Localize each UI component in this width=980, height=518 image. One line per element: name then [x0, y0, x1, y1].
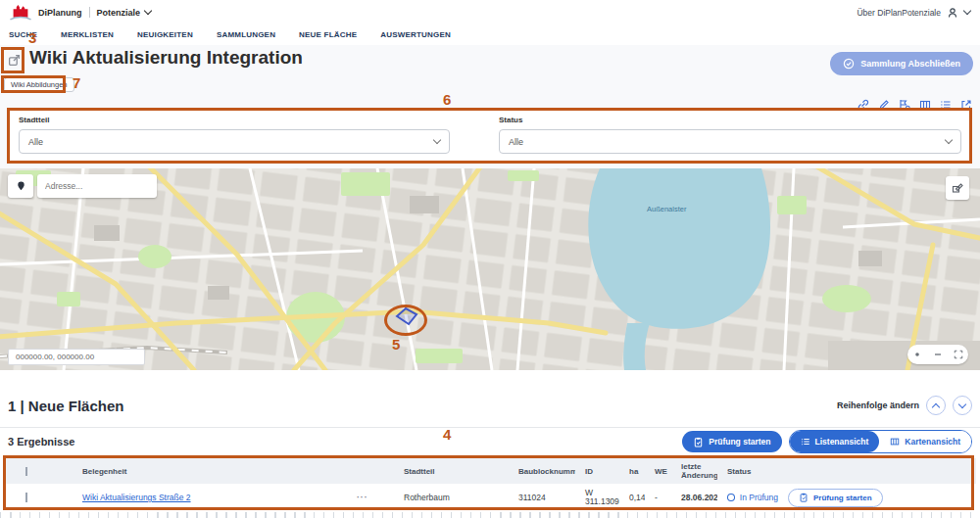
minus-icon[interactable]: [933, 350, 943, 359]
coordinates-readout: 000000.00, 000000.00: [8, 349, 145, 365]
filter-stadtteil-label: Stadtteil: [19, 116, 450, 124]
results-table: Belegenheit Stadtteil Baublocknummer ID …: [4, 458, 976, 511]
app-window: DiPlanung Potenziale Über DiPlanPotenzia…: [0, 0, 980, 518]
row-stadtteil: Rotherbaum: [394, 493, 509, 502]
list-view-label: Listenansicht: [815, 437, 869, 447]
filter-stadtteil-select[interactable]: Alle: [19, 129, 450, 154]
row-baublocknummer: 311024: [509, 493, 575, 502]
move-down-button[interactable]: [953, 396, 972, 415]
hamburg-logo-icon: [10, 3, 31, 22]
row-letzte-aenderung: 28.06.2025: [671, 493, 717, 502]
col-ha: ha: [619, 467, 645, 476]
col-stadtteil: Stadtteil: [394, 467, 509, 476]
map-icon: [890, 437, 900, 447]
table-header-row: Belegenheit Stadtteil Baublocknummer ID …: [4, 458, 976, 484]
nav-item-auswertungen[interactable]: AUSWERTUNGEN: [380, 30, 451, 39]
col-baublocknummer[interactable]: Baublocknummer: [509, 467, 575, 476]
map-controls: [907, 345, 968, 364]
nav-item-sammlungen[interactable]: SAMMLUNGEN: [217, 30, 275, 39]
results-count: 3 Ergebnisse: [8, 436, 74, 447]
check-circle-icon: [843, 58, 855, 70]
row-id: W 311.13093: [575, 489, 619, 506]
table-row[interactable]: Wiki Aktualisierungs Straße 2 ··· Rother…: [4, 484, 976, 511]
col-belegenheit: Belegenheit: [73, 467, 347, 476]
chevron-down-icon: [945, 136, 953, 144]
list-icon: [801, 437, 810, 447]
draw-icon: [952, 182, 963, 194]
user-icon[interactable]: [947, 7, 958, 19]
map-tiles: Außenalster: [0, 168, 980, 370]
map-view-label: Kartenansicht: [905, 437, 960, 447]
page-title: Wiki Aktualisierung Integration: [29, 47, 303, 69]
collection-tag: Wiki Abbildungen: [4, 77, 74, 92]
nav-item-suche[interactable]: SUCHE: [9, 30, 37, 39]
product-name: Potenziale: [97, 8, 141, 18]
brand-area: DiPlanung Potenziale: [10, 3, 151, 22]
row-we: -: [645, 493, 671, 502]
map-pin-icon: [16, 180, 26, 192]
row-start-check-button[interactable]: Prüfung starten: [788, 489, 883, 507]
row-checkbox[interactable]: [25, 493, 27, 502]
filter-stadtteil-value: Alle: [28, 137, 43, 147]
nav-item-neuigkeiten[interactable]: NEUIGKEITEN: [137, 30, 193, 39]
address-pin-button[interactable]: [8, 174, 33, 198]
draw-tool-button[interactable]: [946, 176, 969, 200]
fullscreen-icon[interactable]: [954, 350, 963, 359]
col-we: WE: [645, 467, 671, 476]
select-all-checkbox[interactable]: [25, 467, 27, 476]
chevron-down-icon[interactable]: [963, 7, 971, 15]
chevron-up-icon: [932, 402, 940, 410]
clipboard-check-icon: [799, 493, 808, 502]
row-more-button[interactable]: ···: [347, 493, 394, 502]
brand-divider: [89, 7, 90, 18]
map-view-button[interactable]: Kartenansicht: [879, 431, 971, 452]
divider: [0, 427, 980, 428]
reorder-controls: Reihenfolge ändern: [837, 396, 972, 415]
nav-item-neue-flaeche[interactable]: NEUE FLÄCHE: [299, 30, 357, 39]
start-check-label: Prüfung starten: [709, 437, 770, 447]
filter-status: Status Alle: [499, 116, 961, 154]
clipboard-check-icon: [693, 437, 704, 447]
status-dot-icon: [727, 494, 735, 501]
col-letzte-aenderung: letzte Änderung: [671, 462, 717, 480]
map-canvas[interactable]: Außenalster 000000.00, 000000.00: [0, 168, 980, 370]
brand-name: DiPlanung: [38, 8, 82, 18]
section-title: 1 | Neue Flächen: [8, 398, 123, 414]
filter-status-label: Status: [499, 116, 961, 124]
edit-icon: [8, 54, 21, 67]
col-status: Status: [717, 467, 778, 476]
complete-collection-button[interactable]: Sammlung Abschließen: [830, 52, 973, 75]
view-switcher: Listenansicht Kartenansicht: [789, 430, 972, 453]
page-header: Wiki Aktualisierung Integration Sammlung…: [0, 45, 980, 168]
results-actions: Prüfung starten Listenansicht: [682, 430, 972, 453]
start-check-button[interactable]: Prüfung starten: [682, 431, 781, 452]
filter-status-select[interactable]: Alle: [499, 129, 961, 154]
chevron-down-icon: [958, 400, 966, 407]
row-ha: 0,14: [619, 493, 645, 502]
address-search-input[interactable]: [37, 174, 157, 198]
about-link[interactable]: Über DiPlanPotenziale: [857, 8, 941, 18]
main-nav: SUCHE MERKLISTEN NEUIGKEITEN SAMMLUNGEN …: [0, 24, 980, 46]
results-section: 1 | Neue Flächen Reihenfolge ändern 3 Er…: [0, 370, 980, 518]
locate-icon[interactable]: [912, 350, 922, 359]
complete-collection-label: Sammlung Abschließen: [860, 59, 960, 69]
user-area: Über DiPlanPotenziale: [857, 7, 970, 19]
chevron-down-icon: [144, 7, 152, 15]
belegenheit-link[interactable]: Wiki Aktualisierungs Straße 2: [82, 493, 191, 502]
next-row-clipped: [0, 512, 980, 518]
filter-status-value: Alle: [509, 137, 523, 147]
top-bar: DiPlanung Potenziale Über DiPlanPotenzia…: [0, 0, 980, 24]
product-switcher[interactable]: Potenziale: [97, 8, 152, 18]
chevron-down-icon: [433, 136, 441, 144]
status-badge: In Prüfung: [717, 493, 778, 502]
title-edit-button[interactable]: [5, 52, 23, 71]
nav-item-merklisten[interactable]: MERKLISTEN: [61, 30, 114, 39]
reorder-label: Reihenfolge ändern: [837, 400, 919, 410]
filter-bar: Stadtteil Alle Status Alle: [8, 109, 972, 163]
water-label: Außenalster: [647, 205, 687, 213]
move-up-button[interactable]: [926, 396, 946, 415]
filter-stadtteil: Stadtteil Alle: [19, 116, 450, 154]
col-id: ID: [575, 467, 619, 476]
list-view-button[interactable]: Listenansicht: [790, 431, 880, 452]
